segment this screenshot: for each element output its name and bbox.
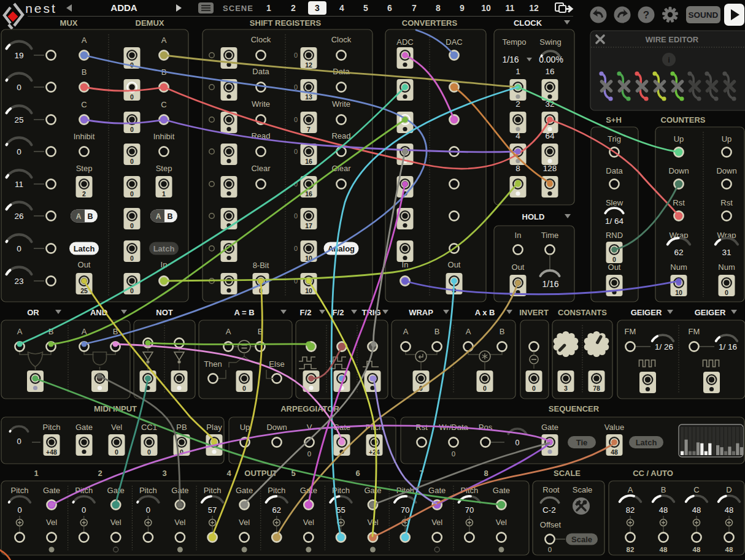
svg-text:Value: Value	[604, 423, 624, 432]
svg-text:+24: +24	[369, 448, 380, 456]
svg-text:SCENE: SCENE	[223, 4, 253, 13]
svg-text:Clock: Clock	[331, 35, 352, 44]
svg-text:Vel: Vel	[110, 518, 122, 527]
svg-text:19: 19	[14, 51, 23, 60]
svg-text:7: 7	[307, 126, 311, 133]
svg-text:Else: Else	[269, 359, 284, 369]
svg-text:Out: Out	[78, 260, 91, 269]
svg-text:0: 0	[307, 450, 311, 458]
svg-text:Latch: Latch	[153, 244, 175, 253]
svg-text:4: 4	[339, 3, 344, 13]
svg-text:3: 3	[564, 385, 568, 392]
svg-text:Write: Write	[252, 99, 270, 109]
svg-text:HOLD: HOLD	[522, 212, 545, 221]
svg-text:Vel: Vel	[431, 518, 442, 527]
svg-text:A x B: A x B	[475, 308, 495, 317]
svg-text:9: 9	[460, 3, 465, 13]
svg-text:Pitch: Pitch	[11, 486, 29, 495]
svg-text:6: 6	[355, 469, 360, 478]
svg-text:Out: Out	[448, 260, 461, 269]
svg-text:0: 0	[17, 437, 21, 446]
svg-text:A: A	[403, 327, 409, 336]
svg-text:0: 0	[17, 505, 21, 515]
svg-text:FM: FM	[689, 327, 700, 336]
svg-text:Clear: Clear	[251, 164, 271, 173]
svg-text:Time: Time	[541, 231, 558, 240]
svg-text:Gate: Gate	[43, 486, 60, 495]
svg-text:6: 6	[387, 3, 392, 13]
svg-text:48: 48	[692, 505, 701, 515]
svg-text:Out: Out	[608, 263, 621, 272]
svg-text:Up: Up	[722, 134, 732, 144]
svg-text:12: 12	[529, 3, 539, 13]
svg-text:A: A	[82, 36, 87, 45]
svg-text:GEIGER: GEIGER	[631, 308, 662, 317]
svg-text:F/2: F/2	[333, 308, 344, 317]
svg-text:5: 5	[363, 3, 368, 13]
svg-text:Rst: Rst	[673, 198, 685, 207]
svg-text:2: 2	[82, 190, 86, 198]
svg-text:A = B: A = B	[234, 308, 254, 317]
svg-text:0: 0	[17, 147, 21, 156]
svg-text:0: 0	[612, 256, 616, 263]
svg-text:0: 0	[294, 148, 298, 155]
svg-text:Down: Down	[266, 423, 287, 432]
svg-text:1/ 26: 1/ 26	[655, 342, 673, 351]
svg-text:70: 70	[465, 505, 474, 515]
svg-text:Tie: Tie	[576, 438, 588, 447]
svg-text:CLOCK: CLOCK	[514, 18, 542, 28]
svg-text:1/16: 1/16	[502, 55, 519, 64]
svg-text:Gate: Gate	[75, 423, 93, 432]
svg-text:Step: Step	[76, 164, 93, 173]
svg-text:62: 62	[272, 505, 281, 515]
svg-text:Latch: Latch	[636, 438, 657, 447]
svg-text:7: 7	[412, 3, 417, 13]
svg-text:ADC: ADC	[396, 37, 413, 47]
svg-text:ARPEGGIATOR: ARPEGGIATOR	[280, 404, 339, 413]
svg-text:23: 23	[14, 277, 23, 286]
svg-text:62: 62	[674, 248, 683, 257]
svg-text:Tempo: Tempo	[502, 37, 526, 47]
svg-text:Num: Num	[670, 263, 687, 272]
svg-text:31: 31	[722, 248, 731, 257]
svg-text:11: 11	[506, 3, 515, 13]
svg-text:25: 25	[14, 115, 23, 125]
svg-text:A: A	[226, 327, 231, 336]
svg-text:0: 0	[242, 385, 246, 392]
svg-text:CONVERTERS: CONVERTERS	[402, 18, 458, 28]
svg-text:D: D	[726, 485, 731, 494]
svg-text:0: 0	[294, 245, 298, 252]
svg-text:A: A	[76, 212, 82, 221]
svg-text:Down: Down	[716, 166, 736, 175]
svg-text:A: A	[17, 327, 23, 336]
svg-text:3: 3	[315, 3, 320, 13]
svg-text:0: 0	[294, 52, 298, 59]
svg-text:Up: Up	[240, 423, 250, 432]
svg-text:Vel: Vel	[174, 518, 185, 527]
svg-text:0: 0	[548, 546, 552, 553]
svg-text:57: 57	[208, 505, 217, 515]
svg-text:0: 0	[515, 439, 520, 447]
svg-text:Up: Up	[674, 134, 684, 144]
svg-text:1: 1	[162, 190, 166, 198]
svg-text:B: B	[661, 485, 666, 494]
svg-text:1: 1	[266, 3, 271, 13]
svg-text:1/16: 1/16	[542, 279, 558, 289]
svg-text:nest: nest	[25, 1, 57, 15]
svg-text:Step: Step	[156, 164, 172, 173]
svg-text:70: 70	[401, 505, 409, 515]
svg-text:78: 78	[593, 385, 600, 392]
svg-text:?: ?	[643, 9, 649, 21]
svg-text:11: 11	[15, 180, 23, 189]
svg-text:Trig: Trig	[608, 134, 621, 144]
svg-text:Scale: Scale	[573, 485, 593, 494]
svg-text:CONSTANTS: CONSTANTS	[558, 308, 607, 317]
svg-text:In: In	[402, 260, 409, 269]
svg-text:25: 25	[80, 287, 88, 294]
svg-text:Then: Then	[204, 359, 222, 369]
svg-text:12: 12	[305, 61, 312, 69]
svg-text:4: 4	[226, 469, 231, 478]
svg-text:0: 0	[294, 116, 298, 123]
svg-text:F/2: F/2	[300, 308, 312, 317]
svg-text:Gate: Gate	[428, 486, 446, 495]
